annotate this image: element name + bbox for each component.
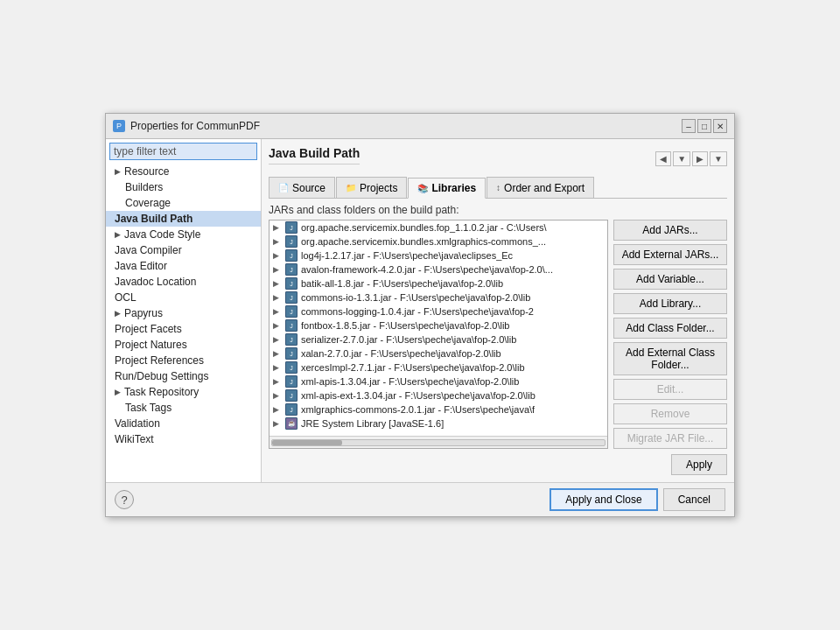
list-item[interactable]: ▶ J xalan-2.7.0.jar - F:\Users\peche\jav… [270,346,607,360]
sidebar-item-javadoc-location[interactable]: Javadoc Location [106,274,261,290]
jar-item-text: xmlgraphics-commons-2.0.1.jar - F:\Users… [301,404,535,415]
edit-button[interactable]: Edit... [613,379,727,400]
list-item[interactable]: ▶ J avalon-framework-4.2.0.jar - F:\User… [270,262,607,276]
nav-down-button[interactable]: ▼ [673,151,690,166]
list-item[interactable]: ▶ J commons-io-1.3.1.jar - F:\Users\pech… [270,290,607,304]
list-item[interactable]: ▶ J serializer-2.7.0.jar - F:\Users\pech… [270,332,607,346]
tab-libraries[interactable]: 📚 Libraries [408,178,486,199]
jar-item-text: xml-apis-ext-1.3.04.jar - F:\Users\peche… [301,390,536,401]
dialog-title: Properties for CommunPDF [130,120,260,132]
list-item[interactable]: ▶ J org.apache.servicemix.bundles.fop_1.… [270,220,607,234]
sidebar-item-project-references[interactable]: Project References [106,353,261,368]
list-item[interactable]: ▶ J xml-apis-1.3.04.jar - F:\Users\peche… [270,374,607,388]
sidebar-item-task-tags[interactable]: Task Tags [106,400,261,416]
jar-file-icon: J [285,333,298,346]
jar-expand-icon: ▶ [273,377,282,386]
sidebar-item-label: Project Facets [115,323,182,335]
migrate-jar-button[interactable]: Migrate JAR File... [613,428,727,449]
list-item[interactable]: ▶ J xmlgraphics-commons-2.0.1.jar - F:\U… [270,402,607,416]
sidebar-item-java-code-style[interactable]: ▶ Java Code Style [106,227,261,242]
sidebar-item-validation[interactable]: Validation [106,416,261,431]
sidebar-item-java-build-path[interactable]: Java Build Path [106,211,261,227]
nav-arrows: ◀ ▼ ▶ ▼ [655,151,727,166]
jar-item-text: commons-logging-1.0.4.jar - F:\Users\pec… [301,306,534,317]
sidebar-item-coverage[interactable]: Coverage [106,195,261,211]
nav-dropdown-button[interactable]: ▼ [710,151,727,166]
sidebar-item-run-debug-settings[interactable]: Run/Debug Settings [106,368,261,384]
minimize-button[interactable]: – [682,119,696,133]
jar-file-icon: J [285,221,298,234]
jar-item-text: xercesImpl-2.7.1.jar - F:\Users\peche\ja… [301,362,525,373]
apply-button[interactable]: Apply [671,454,727,475]
sidebar-item-project-facets[interactable]: Project Facets [106,321,261,337]
jar-item-text: commons-io-1.3.1.jar - F:\Users\peche\ja… [301,292,530,303]
sidebar-item-ocl[interactable]: OCL [106,290,261,305]
sidebar-item-project-natures[interactable]: Project Natures [106,337,261,353]
libraries-tab-icon: 📚 [417,184,428,193]
jar-file-icon: J [285,249,298,262]
nav-back-button[interactable]: ◀ [655,151,671,166]
expand-icon: ▶ [115,230,121,239]
expand-icon: ▶ [115,388,121,396]
action-buttons-column: Add JARs... Add External JARs... Add Var… [613,220,727,449]
order-export-tab-icon: ↕ [496,183,500,192]
sidebar-item-label: OCL [115,291,136,304]
sidebar-item-java-editor[interactable]: Java Editor [106,258,261,274]
jar-expand-icon: ▶ [273,349,282,358]
add-variable-button[interactable]: Add Variable... [613,269,727,290]
maximize-button[interactable]: □ [697,119,711,133]
sidebar-item-label: Javadoc Location [115,276,196,288]
list-item[interactable]: ▶ J commons-logging-1.0.4.jar - F:\Users… [270,304,607,318]
tab-order-export[interactable]: ↕ Order and Export [486,177,594,198]
remove-button[interactable]: Remove [613,403,727,424]
add-external-class-folder-button[interactable]: Add External Class Folder... [613,342,727,375]
list-item[interactable]: ▶ J batik-all-1.8.jar - F:\Users\peche\j… [270,276,607,290]
cancel-button[interactable]: Cancel [663,488,725,511]
projects-tab-icon: 📁 [346,183,356,192]
list-item[interactable]: ▶ J log4j-1.2.17.jar - F:\Users\peche\ja… [270,248,607,262]
dialog-footer: ? Apply and Close Cancel [106,482,734,516]
jar-item-text: org.apache.servicemix.bundles.xmlgraphic… [301,236,546,247]
list-item[interactable]: ▶ J org.apache.servicemix.bundles.xmlgra… [270,234,607,248]
tab-source-label: Source [292,182,326,194]
sidebar-item-java-compiler[interactable]: Java Compiler [106,242,261,258]
sidebar-item-task-repository[interactable]: ▶ Task Repository [106,384,261,400]
sidebar-item-resource[interactable]: ▶ Resource [106,164,261,179]
content-area: ▶ J org.apache.servicemix.bundles.fop_1.… [269,220,727,449]
jar-file-icon: J [285,403,298,416]
add-library-button[interactable]: Add Library... [613,293,727,314]
list-item[interactable]: ▶ J xml-apis-ext-1.3.04.jar - F:\Users\p… [270,388,607,402]
jar-expand-icon: ▶ [273,419,282,428]
jar-item-text: batik-all-1.8.jar - F:\Users\peche\java\… [301,278,503,289]
help-button[interactable]: ? [115,490,134,509]
close-button[interactable]: ✕ [713,119,727,133]
expand-icon: ▶ [115,167,121,176]
add-class-folder-button[interactable]: Add Class Folder... [613,318,727,339]
tab-source[interactable]: 📄 Source [269,177,335,198]
jar-file-icon: J [285,347,298,360]
list-item[interactable]: ▶ ☕ JRE System Library [JavaSE-1.6] [270,416,607,430]
list-item[interactable]: ▶ J xercesImpl-2.7.1.jar - F:\Users\pech… [270,360,607,374]
horizontal-scrollbar[interactable] [270,436,607,448]
sidebar-item-builders[interactable]: Builders [106,179,261,195]
tab-projects[interactable]: 📁 Projects [336,177,407,198]
tab-projects-label: Projects [360,182,397,194]
tab-libraries-label: Libraries [431,182,476,194]
list-item[interactable]: ▶ J fontbox-1.8.5.jar - F:\Users\peche\j… [270,318,607,332]
jar-expand-icon: ▶ [273,293,282,302]
nav-forward-button[interactable]: ▶ [692,151,708,166]
add-external-jars-button[interactable]: Add External JARs... [613,244,727,265]
jar-item-text: avalon-framework-4.2.0.jar - F:\Users\pe… [301,264,553,275]
sidebar-item-label: Task Tags [125,402,172,414]
scroll-thumb[interactable] [272,440,342,445]
dialog-icon: P [113,120,125,132]
add-jars-button[interactable]: Add JARs... [613,220,727,241]
sidebar-item-papyrus[interactable]: ▶ Papyrus [106,305,261,321]
sidebar-item-label: Resource [124,165,169,178]
filter-input[interactable] [109,143,257,160]
apply-and-close-button[interactable]: Apply and Close [550,488,657,511]
footer-right: Apply and Close Cancel [550,488,725,511]
sidebar-item-wikitext[interactable]: WikiText [106,431,261,447]
jar-list-container: ▶ J org.apache.servicemix.bundles.fop_1.… [269,220,608,449]
jars-label: JARs and class folders on the build path… [269,204,727,216]
